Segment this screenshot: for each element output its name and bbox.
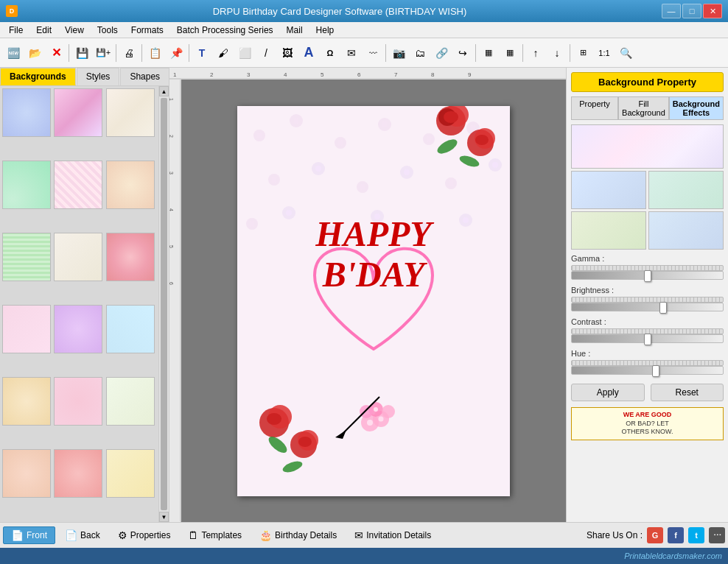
envelope-button[interactable]: ✉: [341, 43, 362, 63]
prop-tab-fill[interactable]: Fill Background: [618, 96, 669, 119]
thumbnail-2[interactable]: [54, 88, 102, 137]
thumbnail-scrollbar[interactable]: ▲ ▼: [158, 86, 169, 522]
more-share-button[interactable]: ⋯: [709, 527, 725, 543]
menu-formats[interactable]: Formats: [125, 24, 169, 37]
thumbnail-grid: [0, 86, 158, 522]
bg-effect-3[interactable]: [571, 211, 646, 250]
zoom-button[interactable]: 🔍: [615, 43, 636, 63]
invitation-icon: ✉: [354, 529, 363, 541]
separator8: [570, 44, 570, 62]
arrow-down-button[interactable]: ↓: [547, 43, 567, 63]
print-button[interactable]: 🖨: [119, 43, 139, 63]
menu-tools[interactable]: Tools: [91, 24, 124, 37]
contrast-slider[interactable]: [571, 334, 724, 343]
open-button[interactable]: 📂: [24, 43, 45, 63]
menu-file[interactable]: File: [3, 24, 29, 37]
new-button[interactable]: 🆕: [3, 43, 24, 63]
properties-button[interactable]: ⚙ Properties: [110, 526, 179, 544]
menu-edit[interactable]: Edit: [30, 24, 57, 37]
brightness-slider[interactable]: [571, 303, 724, 311]
save-button[interactable]: 💾: [71, 43, 92, 63]
scroll-up-arrow[interactable]: ▲: [159, 86, 169, 96]
thumbnail-11[interactable]: [54, 305, 102, 353]
prop-tab-effects[interactable]: Background Effects: [669, 96, 724, 119]
bg-effect-2[interactable]: [648, 171, 724, 209]
shape-button[interactable]: ⬜: [234, 43, 255, 63]
link-button[interactable]: 🔗: [431, 43, 452, 63]
maximize-button[interactable]: □: [682, 4, 701, 18]
bg-effect-1[interactable]: [571, 171, 646, 209]
arrow-indicator: [335, 393, 387, 445]
menu-mail[interactable]: Mail: [281, 24, 309, 37]
bg-effect-wide[interactable]: [571, 124, 724, 169]
thumbnail-13[interactable]: [2, 377, 51, 426]
scroll-down-arrow[interactable]: ▼: [159, 512, 169, 522]
hue-thumb[interactable]: [652, 365, 659, 377]
thumbnail-7[interactable]: [2, 233, 51, 281]
invitation-details-label: Invitation Details: [366, 530, 431, 540]
insert-image-button[interactable]: 🖼: [277, 43, 298, 63]
scroll-thumb[interactable]: [161, 98, 167, 510]
invitation-details-button[interactable]: ✉ Invitation Details: [346, 526, 439, 544]
thumbnail-18[interactable]: [106, 449, 155, 498]
symbol-button[interactable]: Ω: [320, 43, 340, 63]
thumbnail-4[interactable]: [2, 161, 51, 209]
layer-button[interactable]: ▦: [478, 43, 499, 63]
copy-button[interactable]: 📋: [144, 43, 165, 63]
gallery-button[interactable]: 🗂: [410, 43, 430, 63]
prop-tab-property[interactable]: Property: [571, 96, 618, 119]
wave-button[interactable]: 〰: [363, 43, 383, 63]
paint-button[interactable]: 🖌: [213, 43, 234, 63]
thumbnail-1[interactable]: [2, 88, 51, 137]
google-share-button[interactable]: G: [647, 527, 663, 543]
apply-button[interactable]: Apply: [571, 384, 645, 401]
close-doc-button[interactable]: ✕: [46, 43, 66, 63]
tab-styles[interactable]: Styles: [77, 68, 120, 85]
thumbnail-17[interactable]: [54, 449, 102, 498]
capture-button[interactable]: 📷: [388, 43, 409, 63]
thumbnail-3[interactable]: [106, 88, 155, 137]
tab-shapes[interactable]: Shapes: [120, 68, 169, 85]
tab-backgrounds[interactable]: Backgrounds: [0, 68, 76, 85]
thumbnail-15[interactable]: [106, 377, 155, 426]
front-button[interactable]: 📄 Front: [3, 526, 55, 544]
thumbnail-10[interactable]: [2, 305, 51, 353]
menu-view[interactable]: View: [59, 24, 90, 37]
line-button[interactable]: /: [256, 43, 276, 63]
thumbnail-8[interactable]: [54, 233, 102, 281]
property-tabs: Property Fill Background Background Effe…: [571, 96, 724, 120]
thumbnail-6[interactable]: [106, 161, 155, 209]
bg-effect-4[interactable]: [648, 211, 724, 250]
paste-button[interactable]: 📌: [166, 43, 186, 63]
thumbnail-16[interactable]: [2, 449, 51, 498]
arrow-up-button[interactable]: ↑: [525, 43, 546, 63]
brightness-thumb[interactable]: [659, 302, 667, 314]
text-button[interactable]: T: [192, 43, 212, 63]
gamma-slider[interactable]: [571, 271, 724, 280]
menu-batch[interactable]: Batch Processing Series: [171, 24, 279, 37]
twitter-share-button[interactable]: t: [688, 527, 704, 543]
thumbnail-12[interactable]: [106, 305, 155, 353]
contrast-thumb[interactable]: [644, 334, 651, 345]
layer2-button[interactable]: ▦: [500, 43, 520, 63]
reset-button[interactable]: Reset: [651, 384, 724, 401]
text2-button[interactable]: A: [298, 43, 319, 63]
size-button[interactable]: 1:1: [594, 43, 615, 63]
templates-button[interactable]: 🗒 Templates: [180, 526, 250, 544]
grid-button[interactable]: ⊞: [573, 43, 593, 63]
minimize-button[interactable]: —: [662, 4, 681, 18]
close-button[interactable]: ✕: [703, 4, 722, 18]
menu-help[interactable]: Help: [310, 24, 340, 37]
hue-slider[interactable]: [571, 366, 724, 375]
thumbnail-5[interactable]: [54, 161, 102, 209]
title-bar: D DRPU Birthday Card Designer Software (…: [0, 0, 728, 22]
thumbnail-9[interactable]: [106, 233, 155, 281]
gamma-thumb[interactable]: [644, 270, 651, 282]
birthday-details-button[interactable]: 🎂 Birthday Details: [251, 526, 345, 544]
social-badge: WE ARE GOOD OR BAD? LET OTHERS KNOW.: [571, 407, 724, 440]
thumbnail-14[interactable]: [54, 377, 102, 426]
facebook-share-button[interactable]: f: [668, 527, 684, 543]
save-as-button[interactable]: 💾+: [93, 43, 113, 63]
back-button[interactable]: 📄 Back: [57, 526, 108, 544]
share2-button[interactable]: ↪: [452, 43, 473, 63]
